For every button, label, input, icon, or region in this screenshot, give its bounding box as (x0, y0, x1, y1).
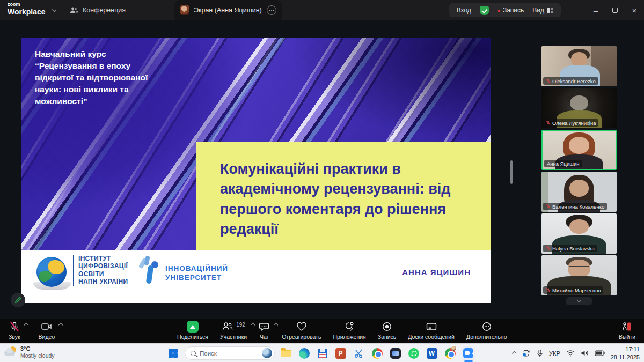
wifi-icon[interactable] (566, 350, 575, 357)
dark-app-icon[interactable] (389, 346, 402, 360)
save-app-icon[interactable] (316, 346, 329, 360)
participants-button[interactable]: 192 Участники (220, 319, 247, 343)
apps-button[interactable]: Приложения (333, 319, 365, 343)
chat-button[interactable]: Чат (259, 319, 270, 343)
apps-label: Приложения (333, 334, 365, 340)
more-icon (481, 321, 492, 332)
taskbar-apps: P W (279, 346, 475, 360)
video-tile[interactable]: Oleksandr Berezko (541, 46, 617, 86)
hidden-icons-chevron[interactable] (512, 351, 516, 355)
search-input[interactable]: Поиск (185, 346, 275, 360)
whiteboard-icon (426, 321, 437, 332)
tab-conference[interactable]: Конференция (70, 0, 126, 20)
react-button[interactable]: Отреагировать (282, 319, 321, 343)
powerpoint-icon[interactable]: P (334, 346, 347, 360)
audio-options-chevron[interactable] (24, 323, 28, 327)
windows-taskbar: 3°C Mostly cloudy Поиск P W (0, 343, 644, 362)
org1-line: ОСВІТИ (78, 270, 128, 278)
whiteboards-button[interactable]: Доски сообщений (408, 319, 455, 343)
restore-icon (612, 8, 618, 13)
participant-name-tag: Анна Яцишин (544, 160, 582, 167)
titlebar-status-pill: Вход ●Запись Вид (449, 3, 561, 17)
zoom-workplace-window: zoom Workplace Конференция Экран (Анна Я… (0, 0, 644, 362)
signin-button[interactable]: Вход (457, 6, 471, 14)
slide-footer: ІНСТИТУТ ЦИФРОВІЗАЦІЇ ОСВІТИ НАПН УКРАЇН… (21, 250, 491, 303)
record-dot-icon: ● (497, 8, 501, 13)
panel-resize-handle[interactable] (510, 160, 513, 184)
audio-button[interactable]: Звук (9, 319, 20, 343)
share-label: Поделиться (177, 334, 208, 340)
file-explorer-icon[interactable] (279, 346, 292, 360)
sync-icon[interactable] (522, 349, 531, 358)
brand-top: zoom (8, 2, 46, 7)
snipping-tool-icon[interactable] (352, 346, 365, 360)
mic-muted-icon (546, 287, 551, 293)
video-options-chevron[interactable] (58, 323, 63, 327)
slide-title-box: Комунікаційні практики в академічному ре… (196, 142, 491, 250)
pencil-icon (14, 297, 21, 304)
tab-options-button[interactable]: ⋯ (267, 5, 276, 15)
org1-line: ЦИФРОВІЗАЦІЇ (78, 262, 128, 270)
chrome-icon[interactable] (370, 346, 384, 360)
speaker-icon[interactable] (581, 350, 589, 357)
record-icon (382, 321, 392, 332)
video-button[interactable]: Видео (39, 319, 55, 343)
leave-button[interactable]: Выйти (619, 319, 635, 343)
language-indicator[interactable]: УКР (549, 350, 560, 357)
annotate-button[interactable] (11, 293, 25, 307)
edge-icon[interactable] (297, 346, 311, 360)
zoom-app-icon-active[interactable] (462, 346, 475, 360)
meeting-toolbar: Звук Видео Поделиться 192 Участники (0, 319, 644, 343)
more-button[interactable]: Дополнительно (466, 319, 507, 343)
participant-name-tag: Олена Лук'янихіна (543, 119, 598, 127)
minimize-icon: – (594, 6, 598, 15)
record-button[interactable]: Запись (378, 319, 396, 343)
microphone-tray-icon[interactable] (537, 349, 543, 358)
shared-screen-slide: Навчальний курс “Рецензування в епоху ві… (21, 38, 491, 303)
tab-screen-share[interactable]: Экран (Анна Яцишин) ⋯ (174, 0, 282, 20)
temperature: 3°C (20, 345, 55, 352)
participants-options-chevron[interactable] (251, 323, 255, 327)
chevron-down-icon (577, 298, 581, 302)
video-tile[interactable]: Михайло Марченков (541, 255, 617, 295)
tab-conference-label: Конференция (83, 6, 126, 14)
word-icon[interactable]: W (425, 346, 438, 360)
participants-count: 192 (236, 322, 245, 328)
battery-icon[interactable] (595, 350, 605, 356)
mic-muted-icon (546, 120, 551, 125)
zoom-workplace-logo: zoom Workplace (8, 2, 46, 16)
org2-line: ІННОВАЦІЙНИЙ (165, 264, 228, 274)
close-icon: × (632, 6, 637, 15)
close-button[interactable]: × (625, 0, 644, 20)
video-tile[interactable]: Halyna Broslavska (541, 213, 617, 254)
view-label: Вид (532, 6, 544, 14)
recording-indicator[interactable]: ●Запись (497, 6, 524, 14)
chrome-profile-icon[interactable] (443, 346, 457, 360)
minimize-button[interactable]: – (586, 0, 605, 20)
chat-options-chevron[interactable] (274, 323, 278, 327)
video-tile-active-speaker[interactable]: Анна Яцишин (541, 130, 617, 170)
university-logo (138, 257, 162, 289)
restore-button[interactable] (605, 0, 625, 20)
view-layout-icon (547, 8, 553, 13)
clock[interactable]: 17:11 28.11.2025 (611, 345, 640, 361)
view-button[interactable]: Вид (532, 6, 553, 14)
weather-widget[interactable]: 3°C Mostly cloudy (4, 345, 55, 359)
org2-line: УНІВЕРСИТЕТ (165, 274, 228, 283)
participant-name: Halyna Broslavska (552, 246, 595, 252)
video-tile[interactable]: Олена Лук'янихіна (541, 88, 617, 128)
share-screen-button[interactable]: Поделиться (177, 319, 208, 343)
security-shield-icon[interactable] (480, 6, 489, 15)
start-button[interactable] (169, 349, 178, 358)
whatsapp-icon[interactable] (407, 346, 420, 360)
participant-name-tag: Михайло Марченков (543, 286, 603, 294)
chevron-down-icon[interactable] (52, 8, 56, 12)
video-tile[interactable]: Валентина Коваленко (541, 172, 617, 212)
participant-name: Oleksandr Berezko (552, 78, 596, 84)
date: 28.11.2025 (611, 353, 640, 361)
org1-line: ІНСТИТУТ (78, 255, 128, 262)
system-tray: УКР 17:11 28.11.2025 (513, 344, 640, 362)
collapse-panel-button[interactable] (566, 297, 592, 305)
mic-muted-icon (9, 321, 20, 332)
react-label: Отреагировать (282, 334, 321, 340)
